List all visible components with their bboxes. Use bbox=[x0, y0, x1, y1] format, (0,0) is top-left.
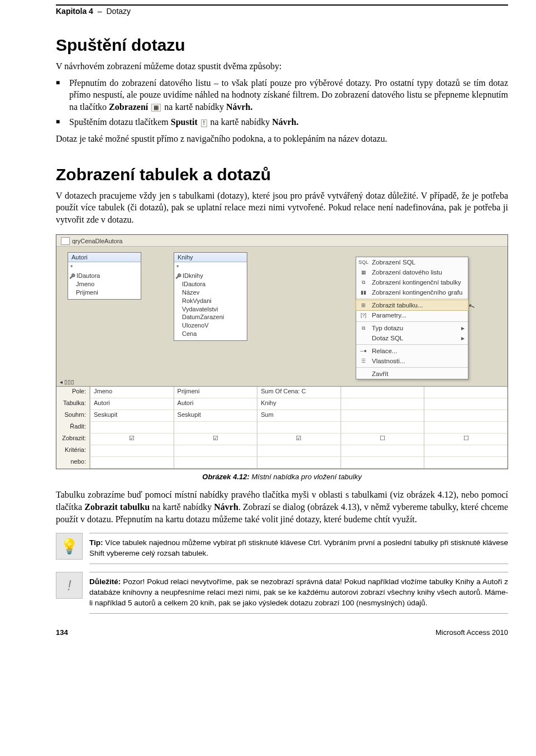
mouse-cursor-icon: ↖ bbox=[467, 301, 477, 311]
cell-show-4[interactable]: ☐ bbox=[424, 434, 508, 445]
field-nazev[interactable]: Název bbox=[182, 288, 245, 297]
query-tab-bar: qryCenaDleAutora bbox=[56, 235, 508, 246]
query-design-surface[interactable]: Autori * IDautora Jmeno Prijmeni Knihy *… bbox=[56, 246, 508, 386]
field-rokvydani[interactable]: RokVydani bbox=[182, 297, 245, 305]
important-text: Důležité: Pozor! Pokud relaci nevytvořím… bbox=[89, 572, 508, 614]
menu-label-close: Zavřít bbox=[372, 370, 388, 377]
cell-total-0[interactable]: Seskupit bbox=[90, 410, 174, 422]
table-box-knihy[interactable]: Knihy * IDknihy IDautora Název RokVydani… bbox=[174, 252, 247, 341]
menu-item-properties[interactable]: ☰Vlastnosti... bbox=[356, 356, 468, 366]
menu-item-pivottable[interactable]: ⧉Zobrazení kontingenční tabulky bbox=[356, 277, 468, 287]
cell-sort-4[interactable] bbox=[424, 422, 508, 434]
cell-table-2[interactable]: Knihy bbox=[257, 398, 341, 410]
bullet-1: Přepnutím do zobrazení datového listu – … bbox=[56, 77, 508, 113]
cell-show-2[interactable]: ☑ bbox=[257, 434, 341, 445]
cell-field-1[interactable]: Prijmeni bbox=[174, 387, 257, 398]
cell-show-3[interactable]: ☐ bbox=[341, 434, 424, 445]
cell-table-4[interactable] bbox=[424, 398, 508, 410]
field-datumzarazeni[interactable]: DatumZarazeni bbox=[182, 313, 245, 321]
grid-label-field: Pole: bbox=[56, 387, 90, 398]
tip-text: Tip: Více tabulek najednou můžeme vybíra… bbox=[89, 533, 508, 564]
menu-item-sql-query[interactable]: Dotaz SQL▸ bbox=[356, 333, 468, 343]
cell-field-0[interactable]: Jmeno bbox=[90, 387, 174, 398]
query-tab-label[interactable]: qryCenaDleAutora bbox=[72, 238, 123, 244]
cell-total-2[interactable]: Sum bbox=[257, 410, 341, 422]
cell-criteria-4[interactable] bbox=[424, 445, 508, 457]
query-type-icon: ⧉ bbox=[358, 324, 368, 332]
menu-label-props: Vlastnosti... bbox=[372, 358, 405, 364]
bullet-2-bold-2: Návrh. bbox=[272, 117, 299, 127]
scroll-indicator[interactable]: ◂ ▯▯▯ bbox=[60, 379, 74, 385]
cell-table-1[interactable]: Autori bbox=[174, 398, 257, 410]
cell-criteria-2[interactable] bbox=[257, 445, 341, 457]
cell-sort-0[interactable] bbox=[90, 422, 174, 434]
cell-criteria-1[interactable] bbox=[174, 445, 257, 457]
cell-criteria-3[interactable] bbox=[341, 445, 424, 457]
cell-or-1[interactable] bbox=[174, 457, 257, 469]
cell-sort-3[interactable] bbox=[341, 422, 424, 434]
cell-field-2[interactable]: Sum Of Cena: C bbox=[257, 387, 341, 398]
field-prijmeni[interactable]: Prijmeni bbox=[76, 288, 138, 297]
field-vydavatelstvi[interactable]: Vydavatelstvi bbox=[182, 305, 245, 314]
table-box-autori[interactable]: Autori * IDautora Jmeno Prijmeni bbox=[68, 252, 141, 299]
query-tab-icon bbox=[61, 237, 70, 245]
cell-or-4[interactable] bbox=[424, 457, 508, 469]
bullet-2-text-c: na kartě nabídky bbox=[208, 117, 272, 127]
cell-sort-1[interactable] bbox=[174, 422, 257, 434]
cell-field-4[interactable] bbox=[424, 387, 508, 398]
cell-show-0[interactable]: ☑ bbox=[90, 434, 174, 445]
cell-or-2[interactable] bbox=[257, 457, 341, 469]
menu-label-sqlq: Dotaz SQL bbox=[372, 335, 403, 341]
menu-item-pivotchart[interactable]: ▮▮Zobrazení kontingenčního grafu bbox=[356, 287, 468, 297]
grid-label-table: Tabulka: bbox=[56, 398, 90, 410]
menu-item-datasheet[interactable]: ▦Zobrazení datového listu bbox=[356, 267, 468, 277]
field-k-idautora[interactable]: IDautora bbox=[182, 280, 245, 288]
bullet-1-bold: Zobrazení bbox=[109, 102, 148, 112]
cell-table-3[interactable] bbox=[341, 398, 424, 410]
table-header-autori: Autori bbox=[68, 253, 141, 262]
field-cena[interactable]: Cena bbox=[182, 330, 245, 338]
cell-total-1[interactable]: Seskupit bbox=[174, 410, 257, 422]
sql-query-icon bbox=[358, 334, 368, 342]
field-idautora[interactable]: IDautora bbox=[76, 272, 138, 280]
table-fields-autori: * IDautora Jmeno Prijmeni bbox=[68, 262, 141, 298]
figure-caption-number: Obrázek 4.12: bbox=[202, 473, 250, 481]
menu-item-show-table[interactable]: ⊞Zobrazit tabulku... bbox=[356, 300, 468, 311]
bullet-1-text-c: na kartě nabídky bbox=[162, 102, 226, 112]
cell-sort-2[interactable] bbox=[257, 422, 341, 434]
table-fields-knihy: * IDknihy IDautora Název RokVydani Vydav… bbox=[174, 262, 247, 340]
heading-zobrazeni-tabulek: Zobrazení tabulek a dotazů bbox=[56, 165, 508, 184]
menu-item-query-type[interactable]: ⧉Typ dotazu▸ bbox=[356, 323, 468, 333]
cell-or-3[interactable] bbox=[341, 457, 424, 469]
field-ulozenoV[interactable]: UlozenoV bbox=[182, 321, 245, 330]
menu-item-parameters[interactable]: [?]Parametry... bbox=[356, 310, 468, 320]
field-jmeno[interactable]: Jmeno bbox=[76, 280, 138, 288]
pivotchart-icon: ▮▮ bbox=[358, 288, 368, 296]
heading-spusteni-dotazu: Spuštění dotazu bbox=[56, 36, 508, 55]
field-idknihy[interactable]: IDknihy bbox=[182, 272, 245, 280]
table-header-knihy: Knihy bbox=[174, 253, 247, 262]
field-star-autori[interactable]: * bbox=[70, 263, 138, 272]
cell-show-1[interactable]: ☑ bbox=[174, 434, 257, 445]
figure-query-designer: qryCenaDleAutora Autori * IDautora Jmeno… bbox=[56, 234, 508, 469]
datasheet-icon: ▦ bbox=[358, 268, 368, 276]
cell-total-4[interactable] bbox=[424, 410, 508, 422]
field-star-knihy[interactable]: * bbox=[176, 263, 245, 272]
menu-label-datasheet: Zobrazení datového listu bbox=[372, 269, 442, 276]
cell-total-3[interactable] bbox=[341, 410, 424, 422]
context-menu[interactable]: SQLZobrazení SQL ▦Zobrazení datového lis… bbox=[356, 257, 468, 379]
menu-item-sql[interactable]: SQLZobrazení SQL bbox=[356, 257, 468, 267]
cell-field-3[interactable] bbox=[341, 387, 424, 398]
cell-table-0[interactable]: Autori bbox=[90, 398, 174, 410]
query-grid[interactable]: Pole: Jmeno Prijmeni Sum Of Cena: C Tabu… bbox=[56, 386, 508, 469]
sql-icon: SQL bbox=[358, 258, 368, 266]
tip-callout: 💡 Tip: Více tabulek najednou můžeme vybí… bbox=[56, 533, 508, 564]
exclamation-icon: ! bbox=[56, 572, 83, 599]
show-table-icon: ⊞ bbox=[358, 301, 368, 309]
menu-item-relations[interactable]: ─●Relace... bbox=[356, 346, 468, 356]
page-number: 134 bbox=[56, 628, 68, 637]
cell-or-0[interactable] bbox=[90, 457, 174, 469]
cell-criteria-0[interactable] bbox=[90, 445, 174, 457]
menu-item-close[interactable]: Zavřít bbox=[356, 369, 468, 379]
p4-b: Zobrazit tabulku bbox=[84, 502, 150, 512]
